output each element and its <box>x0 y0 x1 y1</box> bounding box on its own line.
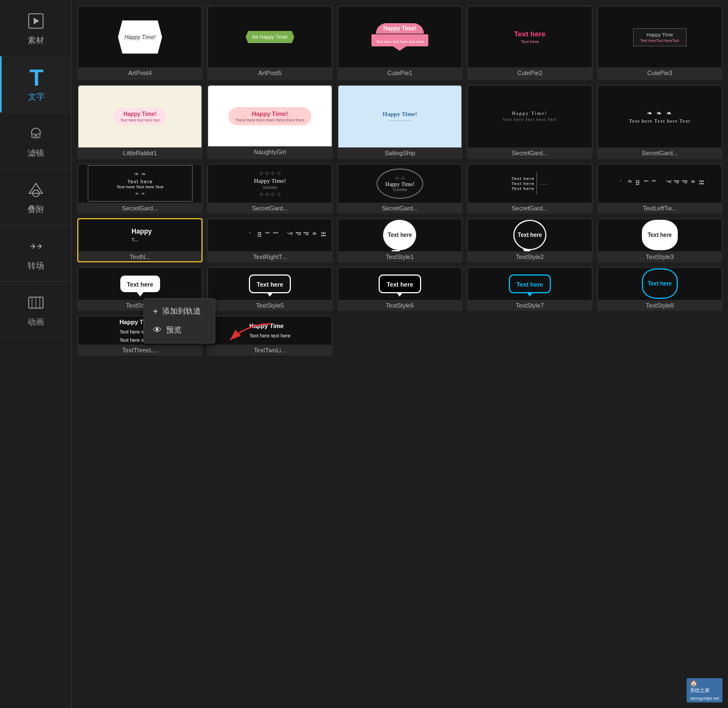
thumbnail-cutepie1: Happy Time! Text here text here text her… <box>338 7 461 67</box>
thumbnail-sg3: ❧ ❧ Text here Text here Text here Text ❧… <box>78 165 201 203</box>
item-label-textstyle6: TextStyle6 <box>338 300 461 310</box>
item-label-textlefttw: TextLeftTw... <box>598 203 721 213</box>
item-label-cutepie3: CutePie3 <box>598 67 721 79</box>
list-item[interactable]: ❧ ❧ Text here Text here Text here Text ❧… <box>77 163 203 214</box>
svg-marker-1 <box>34 18 39 24</box>
animation-icon <box>25 292 47 314</box>
sidebar-label-transition: 转场 <box>28 261 44 271</box>
list-item[interactable]: Happy Time Text hereTool hereTool CutePi… <box>597 6 722 80</box>
thumbnail-textstyle1: Text here <box>338 219 461 251</box>
list-item[interactable]: Text here TextStyle5 <box>207 267 332 311</box>
item-label-artpost5: ArtPost5 <box>208 67 331 79</box>
item-label-lr1: LittleRabbit1 <box>78 147 201 158</box>
list-item[interactable]: Happy Time! There there there there ther… <box>207 84 332 159</box>
sidebar-item-media[interactable]: 素材 <box>0 0 71 56</box>
item-label-sg5: SecretGard... <box>338 203 461 213</box>
thumbnail-sg5: ⊹ ⊹ Happy Time! Subtitle <box>338 165 461 203</box>
item-label-sg1: SecretGard... <box>468 147 591 158</box>
thumbnail-textstyle4: Text here <box>78 268 201 300</box>
svg-marker-6 <box>29 183 42 193</box>
sidebar-item-text[interactable]: T 文字 <box>0 56 71 113</box>
thumbnail-texttwohi: Happy Time Text here text here <box>208 316 331 345</box>
item-label-textstyle8: TextStyle8 <box>598 300 721 310</box>
thumbnail-textstyle5: Text here <box>208 268 331 300</box>
context-menu-add-to-track[interactable]: + 添加到轨道 <box>144 302 215 321</box>
list-item[interactable]: Text here TextStyle1 <box>337 218 463 262</box>
thumbnail-ss: Happy Time! ~~~ ~~~ ~~~ <box>338 86 461 147</box>
context-menu-add-label: 添加到轨道 <box>162 307 201 316</box>
thumbnail-textstyle2: Text here <box>468 219 591 251</box>
item-label-sg3: SecretGard... <box>78 203 201 213</box>
thumbnail-sg4: ⊹ ⊹ ⊹ ⊹ Happy Time! Subtitle ⊹ ⊹ ⊹ ⊹ <box>208 165 331 203</box>
item-label-textn: TextN... <box>78 251 201 261</box>
thumbnail-artpost4: Happy Time! <box>78 7 201 67</box>
list-item[interactable]: Happy Time! Text here Text here Text Sec… <box>467 84 592 159</box>
thumbnail-sg1: Happy Time! Text here Text here Text <box>468 86 591 147</box>
thumbnail-textstyle6: Text here <box>338 268 461 300</box>
thumbnail-textstyle7: Text here <box>468 268 591 300</box>
list-item[interactable]: Text here TextStyle8 <box>597 267 722 311</box>
item-label-cutepie1: CutePie1 <box>338 67 461 79</box>
item-label-sg2: SecretGard... <box>598 147 721 158</box>
thumbnail-cutepie3: Happy Time Text hereTool hereTool <box>598 7 721 67</box>
eye-icon: 👁 <box>153 325 162 335</box>
list-item[interactable]: ⊹ ⊹ Happy Time! Subtitle SecretGard... <box>337 163 463 214</box>
watermark: 🏠 系统之家 xitongzhijia.net <box>687 678 722 702</box>
item-label-textstyle5: TextStyle5 <box>208 300 331 310</box>
item-label-sg6: SecretGard... <box>468 203 591 213</box>
list-item[interactable]: Be Happy Time! ArtPost5 <box>207 6 332 80</box>
sidebar-label-media: 素材 <box>28 35 44 46</box>
item-label-textstyle1: TextStyle1 <box>338 251 461 261</box>
sidebar-label-overlay: 叠附 <box>28 204 44 215</box>
thumbnail-lr1: Happy Time! Text here text here text <box>78 86 201 147</box>
sidebar-item-filter[interactable]: 滤镜 <box>0 113 71 169</box>
list-item[interactable]: Happy Time! ~~~ ~~~ ~~~ SailingShip <box>337 84 463 159</box>
item-label-ng: NaughtyGirl <box>208 146 331 158</box>
list-item[interactable]: ⊹ ⊹ ⊹ ⊹ Happy Time! Subtitle ⊹ ⊹ ⊹ ⊹ Sec… <box>207 163 332 214</box>
context-menu-preview[interactable]: 👁 预览 <box>144 321 215 340</box>
item-label-artpost4: ArtPost4 <box>78 67 201 79</box>
context-menu: + 添加到轨道 👁 预览 <box>144 298 215 344</box>
list-item[interactable]: Text here TextStyle7 <box>467 267 592 311</box>
sidebar-item-animation[interactable]: 动画 <box>0 282 71 338</box>
list-item[interactable]: Happy Time! Text here text here text Lit… <box>77 84 203 159</box>
thumbnail-textrightt: Happylim. <box>208 219 331 251</box>
list-item[interactable]: Text here TextStyle6 <box>337 267 463 311</box>
thumbnail-sg2: ❧ ❧ ❧ Text here Text here Text <box>598 86 721 147</box>
list-item[interactable]: Text here TextStyle3 <box>597 218 722 262</box>
sidebar-item-transition[interactable]: 转场 <box>0 225 71 282</box>
item-label-ss: SailingShip <box>338 147 461 158</box>
context-menu-preview-label: 预览 <box>166 325 182 335</box>
thumbnail-textstyle3: Text here <box>598 219 721 251</box>
sidebar-item-overlay[interactable]: 叠附 <box>0 169 71 225</box>
play-icon <box>25 10 47 32</box>
thumbnail-textn: HappyT... <box>78 219 201 251</box>
item-label-texttwohi: TextTwoLi... <box>208 345 331 355</box>
item-label-textstyle7: TextStyle7 <box>468 300 591 310</box>
main-content: Happy Time! ArtPost4 Be Happy Time! ArtP… <box>72 0 728 708</box>
list-item[interactable]: Text here TextStyle2 <box>467 218 592 262</box>
svg-point-5 <box>34 136 38 138</box>
list-item[interactable]: Happy Time! Text here text here text her… <box>337 6 463 80</box>
sidebar-label-animation: 动画 <box>28 317 44 327</box>
list-item[interactable]: Happy Time Text here text here TextTwoLi… <box>207 315 332 356</box>
list-item[interactable]: Happylim. TextRightT... <box>207 218 332 262</box>
mask-icon <box>25 123 47 145</box>
plus-icon: + <box>153 307 158 316</box>
thumbnail-textlefttw: Happytime. <box>598 165 721 203</box>
transition-icon <box>25 235 47 257</box>
thumbnail-textstyle8: Text here <box>598 268 721 300</box>
overlay-icon <box>25 179 47 201</box>
list-item[interactable]: HappyT... TextN... <box>77 218 203 262</box>
list-item[interactable]: ❧ ❧ ❧ Text here Text here Text SecretGar… <box>597 84 722 159</box>
list-item[interactable]: Text here Text here CutePie2 <box>467 6 592 80</box>
sidebar-label-filter: 滤镜 <box>28 148 44 158</box>
sidebar: 素材 T 文字 滤镜 叠附 <box>0 0 72 708</box>
list-item[interactable]: Happytime. TextLeftTw... <box>597 163 722 214</box>
item-label-textrightt: TextRightT... <box>208 251 331 261</box>
list-item[interactable]: Happy Time! ArtPost4 <box>77 6 203 80</box>
list-item[interactable]: Text here Text here Text here —— SecretG… <box>467 163 592 214</box>
thumbnail-cutepie2: Text here Text here <box>468 7 591 67</box>
item-label-textstyle3: TextStyle3 <box>598 251 721 261</box>
item-label-textstyle2: TextStyle2 <box>468 251 591 261</box>
